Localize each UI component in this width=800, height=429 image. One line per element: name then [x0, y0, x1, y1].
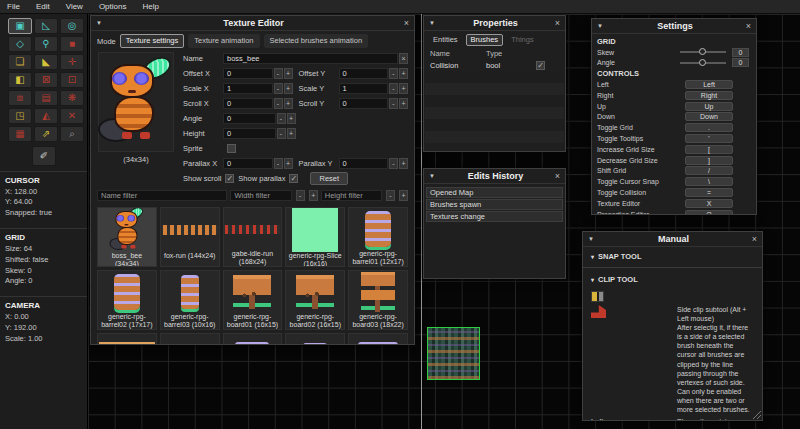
menu-item-options[interactable]: Options: [99, 2, 127, 11]
offset-x-plus-button[interactable]: +: [284, 68, 293, 79]
keybind-button[interactable]: /: [685, 166, 733, 175]
texture-item-bridge[interactable]: [160, 333, 220, 345]
keybind-button[interactable]: Right: [685, 91, 733, 100]
scale-y-plus-button[interactable]: +: [399, 83, 408, 94]
marker-tool[interactable]: ◳: [8, 108, 32, 124]
parallax-y-plus-button[interactable]: +: [399, 158, 408, 169]
copy-brush-tool[interactable]: ❏: [8, 54, 32, 70]
angle-input[interactable]: 0: [223, 113, 276, 124]
collapse-icon[interactable]: ▼: [588, 236, 600, 242]
properties-tab-entities[interactable]: Entities: [428, 34, 463, 46]
close-icon[interactable]: ×: [399, 18, 409, 28]
offset-y-input[interactable]: 0: [339, 68, 389, 79]
fill-pattern-tool[interactable]: ▦: [8, 126, 32, 142]
collapse-icon[interactable]: ▼: [96, 20, 108, 26]
triangle-brush-tool[interactable]: ◺: [34, 18, 58, 34]
width-filter-input[interactable]: Width filter: [230, 190, 291, 201]
height-minus-button[interactable]: -: [277, 128, 286, 139]
brush-fill-tool[interactable]: ■: [60, 36, 84, 52]
rotate-gear-tool[interactable]: ❋: [60, 90, 84, 106]
close-icon[interactable]: ×: [550, 18, 560, 28]
height-filter-minus-button[interactable]: -: [386, 190, 395, 201]
close-icon[interactable]: ×: [747, 234, 757, 244]
scale-x-minus-button[interactable]: -: [274, 83, 283, 94]
keybind-button[interactable]: \: [685, 177, 733, 186]
keybind-button[interactable]: .: [685, 123, 733, 132]
width-filter-minus-button[interactable]: -: [296, 190, 305, 201]
menu-item-view[interactable]: View: [66, 2, 83, 11]
path-arrows-tool[interactable]: ⇗: [34, 126, 58, 142]
height-plus-button[interactable]: +: [287, 128, 296, 139]
texture-item-chest-wide[interactable]: [348, 333, 408, 345]
property-row-collision[interactable]: Collisionbool✓: [424, 59, 565, 71]
keybind-button[interactable]: X: [685, 199, 733, 208]
close-icon[interactable]: ×: [550, 171, 560, 181]
slider-knob[interactable]: [699, 48, 706, 55]
scatter-tool[interactable]: ✕: [60, 108, 84, 124]
scale-y-minus-button[interactable]: -: [389, 83, 398, 94]
scale-x-plus-button[interactable]: +: [284, 83, 293, 94]
sprite-checkbox[interactable]: [227, 144, 236, 153]
rect-select-tool[interactable]: ▣: [8, 18, 32, 34]
polygon-brush-tool[interactable]: ◇: [8, 36, 32, 52]
entity-tool[interactable]: ⚲: [34, 36, 58, 52]
height-input[interactable]: 0: [223, 128, 276, 139]
reset-button[interactable]: Reset: [310, 172, 348, 185]
parallax-y-minus-button[interactable]: -: [389, 158, 398, 169]
menu-item-edit[interactable]: Edit: [36, 2, 50, 11]
texture-item-barrel[interactable]: generic-rpg-barrel01 (12x17): [348, 207, 408, 267]
texture-item-strip-gabe[interactable]: gabe-idle-run (168x24): [223, 207, 283, 267]
texture-item-chest[interactable]: [223, 333, 283, 345]
keybind-button[interactable]: Left: [685, 80, 733, 89]
height-filter-input[interactable]: Height filter: [321, 190, 382, 201]
menu-item-help[interactable]: Help: [142, 2, 158, 11]
keybind-button[interactable]: ': [685, 134, 733, 143]
history-item[interactable]: Brushes spawn: [426, 199, 563, 210]
history-item[interactable]: Opened Map: [426, 187, 563, 198]
knife-tool[interactable]: ✐: [32, 146, 56, 166]
scroll-x-input[interactable]: 0: [223, 98, 273, 109]
texture-item-board[interactable]: generic-rpg-board01 (16x15): [223, 270, 283, 330]
angle-plus-button[interactable]: +: [287, 113, 296, 124]
half-split-tool[interactable]: ◧: [8, 72, 32, 88]
texture-item-slice[interactable]: generic-rpg-Slice (16x16): [285, 207, 345, 267]
skew-slider[interactable]: [680, 51, 726, 53]
show-scroll-checkbox[interactable]: ✓: [225, 174, 234, 183]
history-item[interactable]: Textures change: [426, 211, 563, 222]
mode-tab-2[interactable]: Selected brushes animation: [264, 34, 369, 48]
mode-tab-1[interactable]: Texture animation: [188, 34, 259, 48]
keybind-button[interactable]: =: [685, 188, 733, 197]
menu-item-file[interactable]: File: [7, 2, 20, 11]
parallax-x-plus-button[interactable]: +: [284, 158, 293, 169]
texture-item-house[interactable]: [97, 333, 157, 345]
close-icon[interactable]: ×: [741, 21, 751, 31]
scroll-x-plus-button[interactable]: +: [284, 98, 293, 109]
texture-item-barrel-slim[interactable]: generic-rpg-barrel03 (10x16): [160, 270, 220, 330]
collapse-icon[interactable]: ▼: [597, 23, 609, 29]
scroll-y-input[interactable]: 0: [339, 98, 389, 109]
snap-tool-section[interactable]: ▾ SNAP TOOL: [583, 247, 762, 265]
scroll-y-plus-button[interactable]: +: [399, 98, 408, 109]
name-filter-input[interactable]: Name filter: [97, 190, 227, 201]
width-filter-plus-button[interactable]: +: [309, 190, 318, 201]
texture-item-barrel[interactable]: generic-rpg-barrel02 (17x17): [97, 270, 157, 330]
scale-y-input[interactable]: 1: [339, 83, 389, 94]
height-filter-plus-button[interactable]: +: [399, 190, 408, 201]
keybind-button[interactable]: Down: [685, 112, 733, 121]
offset-x-input[interactable]: 0: [223, 68, 273, 79]
axis-mirror-tool[interactable]: ✛: [60, 54, 84, 70]
expand-select-tool[interactable]: ⧈: [8, 90, 32, 106]
collapse-icon[interactable]: ▼: [429, 173, 441, 179]
texture-item-board[interactable]: generic-rpg-board02 (16x15): [285, 270, 345, 330]
offset-y-minus-button[interactable]: -: [389, 68, 398, 79]
panel-resize-handle[interactable]: [753, 411, 761, 419]
keybind-button[interactable]: ]: [685, 156, 733, 165]
texture-item-bee[interactable]: boss_bee (34x34): [97, 207, 157, 267]
magnifier-tool[interactable]: ⌕: [60, 126, 84, 142]
keybind-button[interactable]: O: [685, 210, 733, 215]
clip-tool-section[interactable]: ▾ CLIP TOOL: [583, 270, 762, 288]
mode-tab-0[interactable]: Texture settings: [120, 34, 185, 48]
keybind-button[interactable]: Up: [685, 102, 733, 111]
parallax-x-minus-button[interactable]: -: [274, 158, 283, 169]
parallax-x-input[interactable]: 0: [223, 158, 273, 169]
